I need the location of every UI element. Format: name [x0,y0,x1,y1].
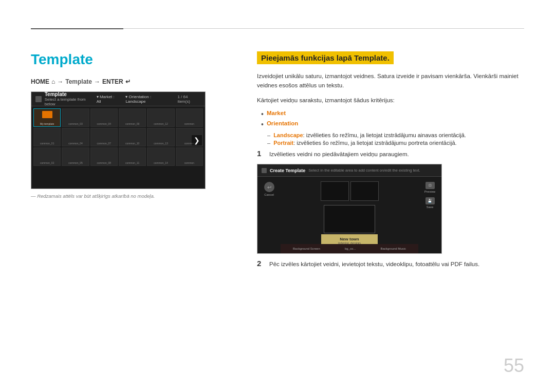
overlay-title: New town [326,237,373,241]
left-column: Template HOME ⌂ → Template → ENTER ↵ Tem… [31,51,226,274]
sub-list: – Landscape: izvēlieties šo režīmu, ja l… [267,132,524,146]
grid-item[interactable]: common_01 [33,128,61,146]
template-icon [35,96,42,102]
cancel-label: Cancel [264,193,274,196]
grid-item[interactable]: common_08 [90,147,118,166]
bottom-bg-screen[interactable]: Background Screen [293,247,320,250]
screenshot-caption: — Redzamais attēls var būt atšķirīgs atk… [31,193,226,199]
step-2-number: 2 [257,259,264,268]
grid-item[interactable]: common_09 [119,108,146,127]
ct-body: ↩ Cancel [257,177,441,253]
grid-item[interactable]: common_02 [33,147,61,166]
bullet-list: • Market • Orientation [261,110,524,129]
save-button[interactable]: 💾 Save [425,197,435,209]
breadcrumb: HOME ⌂ → Template → ENTER ↵ [31,78,226,85]
screenshot-filters: ▾ Market : All ▾ Orientation : Landscape… [97,95,201,104]
ct-subtitle: Select in the editable area to add conte… [308,168,420,173]
ct-bottom-bar: Background Screen bg_co... Background Mu… [281,244,418,253]
grid-item[interactable]: common_07 [90,128,118,146]
item-count: 1 / 64 item(s) [177,95,201,104]
grid-item[interactable]: common_03 [62,108,89,127]
bullet-orientation: • Orientation [261,120,524,129]
market-filter[interactable]: ▾ Market : All [97,95,120,104]
center-screen [324,205,375,233]
ct-main-area: New town interior design Suspendisse dap… [281,177,418,253]
step-1-text: Izvēlieties veidni no piedāvātajiem veid… [269,149,409,159]
grid-item[interactable]: common_14 [147,147,174,166]
screenshot-title: Template [45,91,97,97]
section-heading: Pieejamās funkcijas lapā Template. [257,51,394,64]
bullet-market: • Market [261,110,524,119]
grid-item[interactable]: common [176,108,203,127]
screen-left-top [321,181,349,201]
grid-item-my-template[interactable]: My template [33,108,61,127]
enter-icon: ↵ [125,78,131,85]
sub-landscape: – Landscape: izvēlieties šo režīmu, ja l… [267,132,524,138]
nav-arrow[interactable]: ❯ [192,135,202,145]
page-number: 55 [504,355,524,377]
right-column: Pieejamās funkcijas lapā Template. Izvei… [257,51,524,274]
grid-item[interactable]: common_04 [90,108,118,127]
ct-icon [262,168,267,173]
home-icon: ⌂ [51,78,55,85]
step-2: 2 Pēc izvēles kārtojiet veidni, ievietoj… [257,259,524,269]
breadcrumb-arrow1: → [57,78,63,85]
template-screenshot: Template Select a template from below ▾ … [31,91,206,189]
preview-label: Preview [424,190,435,193]
breadcrumb-enter: ENTER [102,78,123,85]
bottom-bg-music[interactable]: Background Music [381,247,406,250]
screen-right-top [350,181,379,201]
breadcrumb-template: Template [65,78,92,85]
step-2-text: Pēc izvēles kārtojiet veidni, ievietojot… [269,259,479,269]
ct-right-sidebar: ⊡ Preview 💾 Save [418,177,441,253]
accent-divider [31,28,123,29]
page-title: Template [31,51,226,68]
grid-item[interactable]: common_12 [147,108,174,127]
cancel-button[interactable]: ↩ Cancel [264,182,274,196]
description-text-2: Kārtojiet veidņu sarakstu, izmantojot šā… [257,96,524,105]
ct-title: Create Template [270,168,305,173]
landscape-text: : izvēlieties šo režīmu, ja lietojat izs… [303,132,466,138]
orientation-filter[interactable]: ▾ Orientation : Landscape [125,95,171,104]
screenshot-header-left: Template Select a template from below [35,91,97,106]
grid-item[interactable]: common [176,147,203,166]
grid-item[interactable]: common_04 [62,128,89,146]
screens-row [321,181,379,201]
ct-left-sidebar: ↩ Cancel [257,177,281,253]
preview-icon: ⊡ [425,182,435,189]
save-icon: 💾 [425,197,435,204]
cancel-icon: ↩ [264,182,274,192]
screenshot-header: Template Select a template from below ▾ … [31,92,205,106]
breadcrumb-arrow2: → [94,78,100,85]
step-1: 1 Izvēlieties veidni no piedāvātajiem ve… [257,149,524,159]
bullet-dot: • [261,110,264,119]
step-1-number: 1 [257,149,264,158]
orientation-label: Orientation [267,120,298,126]
market-label: Market [267,110,286,116]
template-grid: My template common_03 common_04 common_0… [31,106,205,168]
grid-item[interactable]: common_11 [119,147,146,166]
description-text-1: Izveidojiet unikālu saturu, izmantojot v… [257,71,524,90]
sub-portrait: – Portrait: izvēlieties šo režīmu, ja li… [267,140,524,146]
bullet-dot: • [261,120,264,129]
preview-button[interactable]: ⊡ Preview [424,182,435,193]
home-label: HOME [31,78,49,85]
main-screen-area [324,205,375,233]
sub-dash: – [267,140,270,146]
ct-header: Create Template Select in the editable a… [257,164,441,177]
grid-item[interactable]: common_05 [62,147,89,166]
sub-dash: – [267,132,270,138]
folder-icon [42,111,52,118]
portrait-text: : izvēlieties šo režīmu, ja lietojat izs… [293,140,456,146]
portrait-label: Portrait [273,140,293,146]
create-template-screenshot: Create Template Select in the editable a… [257,164,442,254]
landscape-label: Landscape [273,132,303,138]
screenshot-subtitle: Select a template from below [45,97,97,106]
bottom-bg-color[interactable]: bg_co... [345,247,356,250]
grid-item[interactable]: common_10 [119,128,146,146]
grid-item[interactable]: common_13 [147,128,174,146]
save-label: Save [427,206,434,209]
